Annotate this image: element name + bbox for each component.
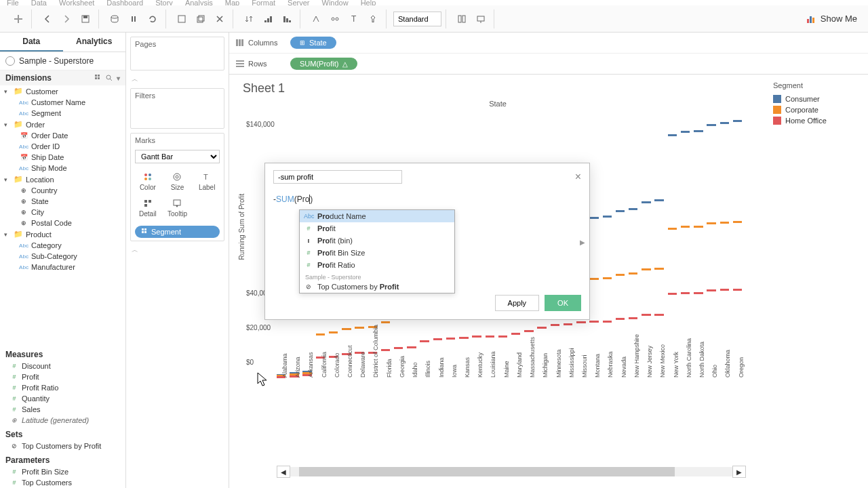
field-quantity[interactable]: #Quantity <box>0 393 125 404</box>
pages-card[interactable]: Pages <box>130 37 224 70</box>
gantt-mark[interactable] <box>707 222 715 224</box>
autocomplete-item[interactable]: #Profit Bin Size <box>300 247 454 259</box>
gantt-mark[interactable] <box>616 210 625 212</box>
field-discount[interactable]: #Discount <box>0 361 125 371</box>
columns-shelf[interactable]: Columns ⊞State <box>229 33 868 53</box>
field-state[interactable]: ⊕State <box>0 196 125 207</box>
gantt-mark[interactable] <box>642 201 650 203</box>
legend-item-home-office[interactable]: Home Office <box>773 115 861 126</box>
legend-item-consumer[interactable]: Consumer <box>773 94 861 104</box>
apply-button[interactable]: Apply <box>495 295 540 311</box>
marks-type-select[interactable]: Gantt Bar <box>135 150 220 163</box>
swap-button[interactable] <box>240 10 258 28</box>
field-profit[interactable]: #Profit <box>0 371 125 382</box>
collapse-top-chevron-icon[interactable]: ︿ <box>130 75 140 84</box>
pin-button[interactable] <box>364 10 382 28</box>
gantt-mark[interactable] <box>329 331 338 333</box>
field-profit-bin-size[interactable]: #Profit Bin Size <box>0 466 125 477</box>
field-ship-mode[interactable]: AbcShip Mode <box>0 163 125 174</box>
gantt-mark[interactable] <box>668 293 677 295</box>
columns-pill-state[interactable]: ⊞State <box>290 37 336 49</box>
gantt-mark[interactable] <box>616 274 625 276</box>
clear-button[interactable] <box>211 10 229 28</box>
sort-desc-button[interactable] <box>278 10 296 28</box>
tab-analytics[interactable]: Analytics <box>63 33 126 52</box>
gantt-mark[interactable] <box>603 321 612 323</box>
gantt-mark[interactable] <box>720 222 729 224</box>
folder-customer[interactable]: ▾📁Customer <box>0 85 125 97</box>
segment-pill[interactable]: Segment <box>135 226 220 238</box>
field-manufacturer[interactable]: AbcManufacturer <box>0 262 125 272</box>
gantt-mark[interactable] <box>589 278 598 280</box>
expand-icon[interactable]: ▶ <box>580 239 585 246</box>
gantt-mark[interactable] <box>629 208 637 210</box>
logo-icon[interactable] <box>9 10 27 28</box>
showme-button[interactable]: Show Me <box>800 11 863 27</box>
autocomplete-item[interactable]: ⊘Top Customers by Profit <box>300 281 454 293</box>
presentation-button[interactable] <box>472 10 490 28</box>
field-top-customers-by-profit[interactable]: ⊘Top Customers by Profit <box>0 441 125 451</box>
gantt-mark[interactable] <box>733 221 742 223</box>
mark-tooltip[interactable]: Tooltip <box>163 195 192 220</box>
search-icon[interactable] <box>106 75 113 81</box>
folder-order[interactable]: ▾📁Order <box>0 119 125 130</box>
folder-product[interactable]: ▾📁Product <box>0 228 125 240</box>
gantt-mark[interactable] <box>355 327 363 329</box>
gantt-mark[interactable] <box>407 346 416 348</box>
field-city[interactable]: ⊕City <box>0 207 125 218</box>
scroll-left-button[interactable]: ◀ <box>277 466 290 478</box>
rows-shelf[interactable]: Rows SUM(Profit)△ <box>229 53 868 74</box>
gantt-mark[interactable] <box>707 124 715 126</box>
filters-card[interactable]: Filters <box>130 88 224 129</box>
group-button[interactable] <box>326 10 344 28</box>
calc-formula-editor[interactable]: -SUM(Pro) AbcProduct Name#Profit⫾Profit … <box>265 188 589 289</box>
gantt-mark[interactable] <box>681 226 690 228</box>
autocomplete-item[interactable]: #Profit Ratio <box>300 259 454 271</box>
show-cards-button[interactable] <box>453 10 471 28</box>
folder-location[interactable]: ▾📁Location <box>0 174 125 185</box>
gantt-mark[interactable] <box>342 328 351 330</box>
gantt-mark[interactable] <box>694 130 703 132</box>
gantt-mark[interactable] <box>733 120 742 122</box>
gantt-mark[interactable] <box>576 321 585 323</box>
gantt-mark[interactable] <box>589 321 598 323</box>
gantt-mark[interactable] <box>498 336 507 338</box>
field-customer-name[interactable]: AbcCustomer Name <box>0 97 125 108</box>
gantt-mark[interactable] <box>654 268 663 270</box>
gantt-mark[interactable] <box>681 292 690 294</box>
menu-icon[interactable]: ▾ <box>117 75 120 82</box>
field-top-customers[interactable]: #Top Customers <box>0 477 125 488</box>
field-category[interactable]: AbcCategory <box>0 240 125 251</box>
gantt-mark[interactable] <box>433 338 442 340</box>
gantt-mark[interactable] <box>603 216 612 218</box>
pause-button[interactable] <box>125 10 142 28</box>
refresh-button[interactable] <box>144 10 161 28</box>
rows-pill-profit[interactable]: SUM(Profit)△ <box>290 58 357 70</box>
gantt-mark[interactable] <box>681 131 690 133</box>
gantt-mark[interactable] <box>668 134 677 136</box>
new-worksheet-button[interactable] <box>173 10 191 28</box>
gantt-mark[interactable] <box>668 228 677 230</box>
gantt-mark[interactable] <box>459 337 468 339</box>
gantt-mark[interactable] <box>589 217 598 219</box>
gantt-mark[interactable] <box>394 347 403 349</box>
gantt-mark[interactable] <box>472 336 481 338</box>
view-icon[interactable] <box>95 75 102 81</box>
forward-button[interactable] <box>58 10 75 28</box>
gantt-mark[interactable] <box>642 268 650 270</box>
sort-asc-button[interactable] <box>259 10 277 28</box>
back-button[interactable] <box>39 10 56 28</box>
gantt-mark[interactable] <box>616 318 625 320</box>
save-button[interactable] <box>77 10 94 28</box>
close-button[interactable]: × <box>575 171 581 183</box>
gantt-mark[interactable] <box>524 330 533 332</box>
field-profit-ratio[interactable]: #Profit Ratio <box>0 382 125 393</box>
gantt-mark[interactable] <box>551 324 559 326</box>
field-country[interactable]: ⊕Country <box>0 185 125 196</box>
scroll-thumb[interactable] <box>299 467 675 476</box>
gantt-mark[interactable] <box>654 199 663 201</box>
gantt-mark[interactable] <box>733 289 742 291</box>
gantt-mark[interactable] <box>707 289 715 291</box>
ok-button[interactable]: OK <box>545 295 581 311</box>
gantt-mark[interactable] <box>642 314 650 316</box>
